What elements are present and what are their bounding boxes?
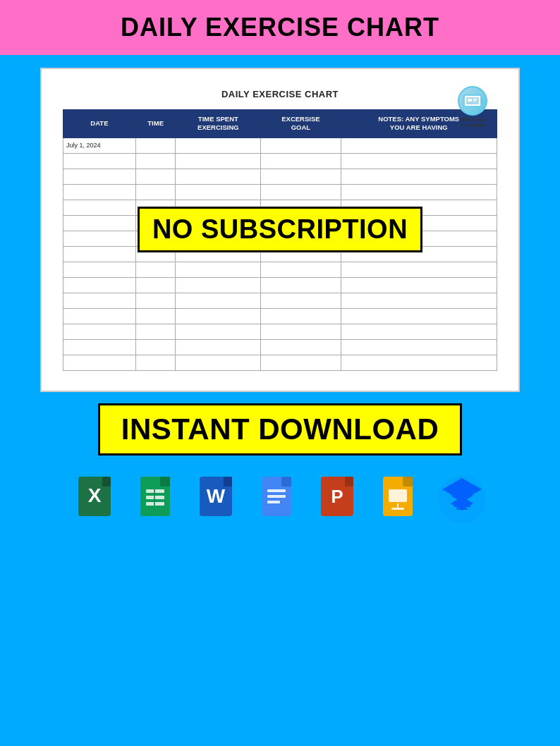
svg-rect-2	[468, 99, 472, 102]
svg-text:P: P	[331, 486, 343, 507]
no-subscription-text: NO SUBSCRIPTION	[152, 214, 408, 244]
table-row	[63, 262, 497, 277]
svg-text:W: W	[207, 485, 226, 507]
svg-rect-6	[102, 477, 111, 487]
table-row	[63, 277, 497, 293]
table-row	[63, 153, 497, 169]
page-title: DAILY EXERCISE CHART	[0, 13, 560, 42]
no-subscription-badge: NO SUBSCRIPTION	[138, 207, 422, 252]
dropbox-icon[interactable]	[437, 474, 487, 525]
file-format-icons: X W	[73, 474, 487, 532]
svg-rect-4	[473, 101, 476, 102]
svg-rect-26	[403, 477, 413, 487]
svg-rect-9	[160, 477, 170, 487]
main-content: DAILY EXERCISE CHART AllBusiness Templat…	[0, 55, 560, 543]
logo-text: AllBusiness Templates	[448, 117, 497, 129]
word-icon[interactable]: W	[194, 474, 245, 525]
table-row	[63, 184, 497, 200]
google-docs-icon[interactable]	[255, 474, 305, 525]
notes-cell	[341, 137, 497, 153]
svg-text:X: X	[88, 484, 102, 506]
svg-rect-19	[267, 489, 286, 492]
table-row	[63, 308, 497, 324]
logo-area: AllBusiness Templates	[448, 86, 497, 129]
table-row	[63, 324, 497, 339]
svg-rect-41	[454, 505, 470, 507]
table-row	[63, 339, 497, 355]
col-date: DATE	[63, 110, 136, 138]
excel-icon[interactable]: X	[73, 474, 123, 525]
google-slides-icon[interactable]	[376, 474, 427, 525]
no-subscription-overlay: NO SUBSCRIPTION	[63, 207, 497, 252]
svg-rect-10	[146, 489, 164, 493]
table-row	[63, 355, 497, 370]
logo-icon	[458, 86, 487, 116]
svg-rect-27	[389, 489, 407, 502]
svg-rect-12	[146, 502, 164, 506]
document-card: DAILY EXERCISE CHART AllBusiness Templat…	[40, 68, 520, 392]
svg-rect-40	[458, 502, 465, 505]
svg-rect-21	[267, 501, 280, 503]
svg-rect-18	[281, 477, 291, 487]
time-cell	[135, 137, 176, 153]
col-time: TIME	[135, 110, 176, 138]
svg-rect-11	[146, 496, 164, 499]
time-spent-cell	[176, 137, 261, 153]
col-time-spent: TIME SPENTEXERCISING	[176, 110, 261, 138]
svg-rect-20	[267, 495, 286, 498]
powerpoint-icon[interactable]: P	[315, 474, 366, 525]
document-title: DAILY EXERCISE CHART	[63, 86, 497, 99]
google-sheets-icon[interactable]	[133, 474, 184, 525]
goal-cell	[261, 137, 341, 153]
svg-rect-29	[391, 508, 404, 510]
table-row	[63, 293, 497, 308]
table-row	[63, 169, 497, 184]
instant-download-text: INSTANT DOWNLOAD	[121, 412, 439, 446]
table-row: July 1, 2024	[63, 137, 497, 153]
top-banner: DAILY EXERCISE CHART	[0, 0, 560, 55]
svg-rect-28	[397, 503, 398, 508]
instant-download-wrapper: INSTANT DOWNLOAD	[40, 403, 520, 455]
doc-header: DAILY EXERCISE CHART AllBusiness Templat…	[63, 86, 497, 99]
svg-rect-23	[345, 477, 353, 487]
date-cell: July 1, 2024	[63, 137, 136, 153]
svg-rect-3	[473, 99, 477, 100]
col-goal: EXCERSISEGOAL	[261, 110, 341, 138]
instant-download-badge[interactable]: INSTANT DOWNLOAD	[98, 403, 463, 455]
